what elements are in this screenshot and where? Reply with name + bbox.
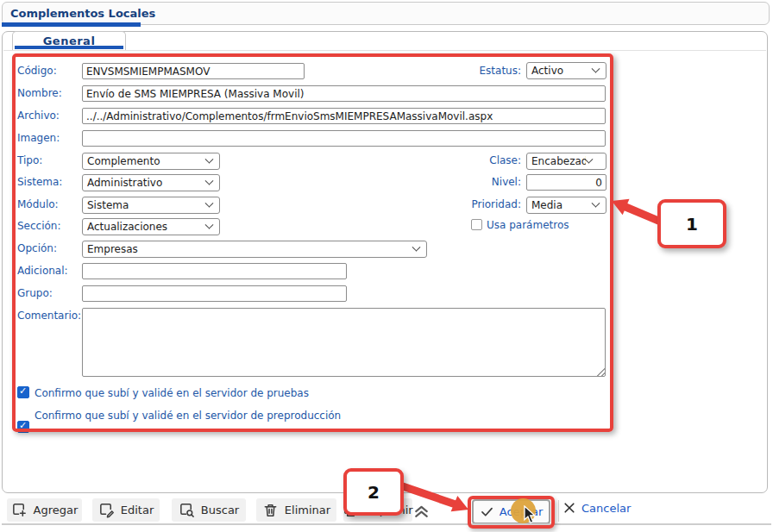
- grupo-label: Grupo:: [17, 287, 53, 299]
- cancelar-button[interactable]: Cancelar: [562, 501, 631, 515]
- title-accent-bar: [2, 22, 141, 27]
- search-icon: [179, 502, 195, 518]
- complementos-locales-window: Complementos Locales General Código: Est…: [0, 0, 773, 532]
- codigo-input[interactable]: [82, 63, 305, 79]
- nivel-label: Nivel:: [431, 176, 521, 188]
- imagen-input[interactable]: [82, 130, 606, 147]
- grupo-input[interactable]: [82, 285, 347, 302]
- sistema-select[interactable]: Administrativo: [82, 174, 220, 191]
- chevron-down-icon: [205, 220, 214, 228]
- adicional-input[interactable]: [82, 263, 347, 279]
- archivo-label: Archivo:: [17, 110, 60, 122]
- close-icon: [562, 501, 576, 515]
- clase-label: Clase:: [431, 154, 521, 166]
- callout-1-number: 1: [686, 214, 698, 235]
- chevron-down-icon: [205, 176, 214, 185]
- sistema-label: Sistema:: [17, 176, 62, 188]
- chevron-down-icon: [592, 198, 600, 207]
- agregar-button[interactable]: Agregar: [7, 498, 82, 522]
- opcion-select[interactable]: Empresas: [82, 241, 427, 258]
- buscar-button[interactable]: Buscar: [172, 498, 246, 522]
- prioridad-label: Prioridad:: [431, 198, 521, 210]
- modulo-label: Módulo:: [17, 198, 59, 210]
- tipo-select[interactable]: Complemento: [82, 153, 220, 170]
- collapse-toolbar-button[interactable]: [412, 501, 430, 523]
- double-chevron-up-icon: [412, 501, 430, 519]
- confirm-pruebas-label: Confirmo que subí y validé en el servido…: [35, 387, 309, 399]
- comentario-label: Comentario:: [17, 310, 81, 322]
- callout-2: 2: [343, 468, 404, 516]
- window-title-bar: Complementos Locales: [2, 2, 770, 25]
- tab-row-divider: [3, 50, 766, 51]
- agregar-label: Agregar: [34, 504, 79, 516]
- mouse-cursor-icon: [521, 505, 538, 528]
- add-record-icon: [11, 502, 28, 518]
- modulo-select[interactable]: Sistema: [82, 197, 220, 214]
- confirm-pruebas-checkbox[interactable]: [17, 386, 29, 398]
- comentario-textarea[interactable]: [82, 308, 606, 377]
- page-title: Complementos Locales: [10, 7, 155, 20]
- estatus-select[interactable]: Activo: [526, 62, 606, 79]
- clase-select[interactable]: Encabezado: [526, 153, 606, 170]
- trash-icon: [262, 502, 279, 518]
- toolbar-separator: [558, 500, 559, 522]
- chevron-down-icon: [585, 154, 594, 163]
- eliminar-label: Eliminar: [285, 504, 330, 516]
- editar-label: Editar: [121, 504, 154, 516]
- nombre-label: Nombre:: [17, 87, 62, 99]
- editar-button[interactable]: Editar: [92, 498, 160, 522]
- codigo-label: Código:: [17, 65, 57, 77]
- chevron-down-icon: [592, 64, 600, 72]
- prioridad-select[interactable]: Media: [526, 197, 606, 214]
- eliminar-button[interactable]: Eliminar: [256, 498, 336, 522]
- callout-1: 1: [657, 199, 726, 248]
- nombre-input[interactable]: [82, 85, 606, 102]
- check-icon: [480, 504, 494, 519]
- cancelar-label: Cancelar: [581, 502, 631, 515]
- chevron-down-icon: [205, 198, 214, 207]
- imagen-label: Imagen:: [17, 132, 60, 144]
- edit-icon: [98, 502, 115, 518]
- nivel-input[interactable]: [526, 174, 606, 191]
- bottom-divider: [2, 523, 771, 525]
- callout-2-number: 2: [368, 482, 380, 503]
- usa-parametros-label: Usa parámetros: [487, 219, 569, 231]
- usa-parametros-checkbox[interactable]: [471, 219, 482, 230]
- chevron-down-icon: [205, 154, 214, 163]
- archivo-input[interactable]: [82, 108, 606, 124]
- estatus-label: Estatus:: [431, 65, 521, 77]
- chevron-down-icon: [412, 242, 421, 251]
- tipo-label: Tipo:: [17, 154, 42, 166]
- seccion-select[interactable]: Actualizaciones: [82, 218, 220, 235]
- confirm-preproduccion-label: Confirmo que subí y validé en el servido…: [35, 410, 341, 422]
- seccion-label: Sección:: [17, 220, 61, 232]
- confirm-preproduccion-checkbox[interactable]: [17, 421, 29, 433]
- adicional-label: Adicional:: [17, 265, 68, 277]
- buscar-label: Buscar: [201, 504, 239, 516]
- opcion-label: Opción:: [17, 242, 57, 254]
- tab-accent-bar: [15, 46, 123, 49]
